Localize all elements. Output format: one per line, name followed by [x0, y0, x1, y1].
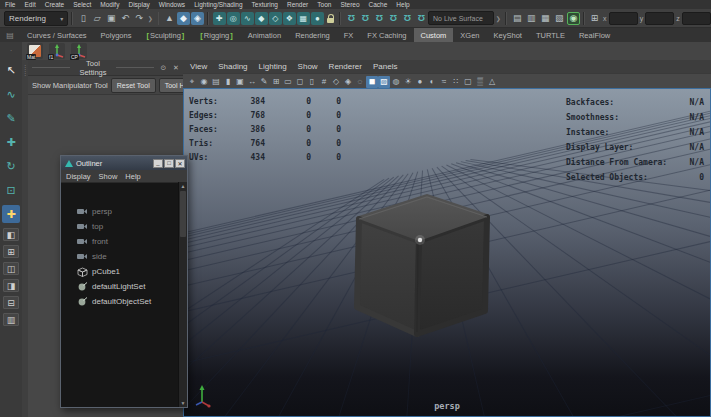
layout-horizontal-split-button[interactable]: ⊟ — [3, 296, 19, 309]
outliner-item-front[interactable]: front — [61, 234, 179, 249]
shelf-tab-polygons[interactable]: Polygons — [94, 28, 139, 42]
menu-create[interactable]: Create — [45, 1, 65, 8]
outliner-item-persp[interactable]: persp — [61, 204, 179, 219]
layout-four-pane-button[interactable]: ⊞ — [3, 245, 19, 258]
mask-deformations-icon[interactable]: ◇ — [269, 12, 282, 25]
make-live-icon[interactable]: Ω — [415, 12, 428, 25]
shelf-tab-rendering[interactable]: Rendering — [288, 28, 337, 42]
outliner-menu-help[interactable]: Help — [125, 172, 140, 181]
shelf-menu-icon[interactable]: ▤ — [0, 31, 20, 40]
layout-two-pane-button[interactable]: ◫ — [3, 262, 19, 275]
shelf-button-mat[interactable]: Mat — [27, 43, 43, 59]
pin-icon[interactable]: ⊙ — [159, 63, 169, 73]
menu-lighting-shading[interactable]: Lighting/Shading — [194, 1, 242, 8]
menu-display[interactable]: Display — [128, 1, 149, 8]
outliner-menu-display[interactable]: Display — [66, 172, 91, 181]
vp-menu-lighting[interactable]: Lighting — [259, 62, 287, 71]
lasso-select-tool-icon[interactable]: ∿ — [2, 85, 20, 103]
mask-joints-icon[interactable]: ◎ — [227, 12, 240, 25]
layout-hypershade-button[interactable]: ▥ — [3, 313, 19, 326]
shelf-tab-custom[interactable]: Custom — [414, 28, 454, 42]
xray-joints-icon[interactable]: △ — [486, 76, 498, 88]
shadows-icon[interactable]: ● — [414, 76, 426, 88]
isolate-select-icon[interactable]: ▢ — [462, 76, 474, 88]
shelf-button-cp[interactable]: CP — [71, 43, 87, 59]
wireframe-mode-icon[interactable]: ◌ — [354, 76, 366, 88]
render-view-icon[interactable]: ▤ — [511, 12, 524, 25]
rotate-tool-icon[interactable]: ↻ — [2, 157, 20, 175]
mask-curves-icon[interactable]: ∿ — [241, 12, 254, 25]
motion-blur-icon[interactable]: ≈ — [438, 76, 450, 88]
safe-action-icon[interactable]: ◇ — [330, 76, 342, 88]
viewport-canvas[interactable]: Verts:38400 Edges:76800 Faces:38600 Tris… — [183, 88, 711, 417]
move-tool-icon[interactable]: ✚ — [2, 133, 20, 151]
outliner-item-defaultobjectset[interactable]: defaultObjectSet — [61, 294, 179, 309]
group-collapse-icon[interactable]: ❯ — [495, 12, 502, 25]
pcube1-mesh[interactable] — [357, 197, 487, 334]
vp-menu-panels[interactable]: Panels — [373, 62, 397, 71]
menu-stereo[interactable]: Stereo — [340, 1, 359, 8]
live-surface-field[interactable]: No Live Surface — [428, 11, 494, 25]
resolution-gate-icon[interactable]: ◻ — [294, 76, 306, 88]
mask-handles-icon[interactable]: ✚ — [213, 12, 226, 25]
close-button[interactable]: ✕ — [175, 159, 185, 168]
lock-selection-icon[interactable] — [324, 12, 336, 25]
scale-tool-icon[interactable]: ⊡ — [2, 181, 20, 199]
gate-mask-icon[interactable]: ▯ — [306, 76, 318, 88]
vp-menu-renderer[interactable]: Renderer — [329, 62, 362, 71]
scroll-down-icon[interactable]: ▼ — [179, 399, 187, 407]
film-gate-icon[interactable]: ▭ — [282, 76, 294, 88]
redo-icon[interactable]: ↷ — [133, 12, 146, 25]
menu-help[interactable]: Help — [396, 1, 409, 8]
outliner-titlebar[interactable]: Outliner _ □ ✕ — [61, 156, 187, 170]
new-scene-icon[interactable]: ▯ — [77, 12, 90, 25]
outliner-item-defaultlightset[interactable]: defaultLightSet — [61, 279, 179, 294]
launch-render-view-icon[interactable]: ◉ — [567, 12, 580, 25]
mask-surfaces-icon[interactable]: ◆ — [255, 12, 268, 25]
shelf-button-f1[interactable]: f1 — [49, 43, 65, 59]
shelf-tab-fx[interactable]: FX — [337, 28, 361, 42]
outliner-item-side[interactable]: side — [61, 249, 179, 264]
show-manipulator-tool-icon[interactable]: ✚ — [2, 205, 20, 223]
snap-point-icon[interactable]: Ω — [373, 12, 386, 25]
select-hierarchy-icon[interactable]: ▲ — [163, 12, 176, 25]
render-settings-icon[interactable]: ▧ — [553, 12, 566, 25]
grease-pencil-icon[interactable]: ✎ — [258, 76, 270, 88]
menuset-dropdown[interactable]: Rendering▾ — [4, 11, 68, 26]
menu-edit[interactable]: Edit — [24, 1, 35, 8]
scroll-thumb[interactable] — [180, 191, 186, 237]
mask-rendering-icon[interactable]: ▦ — [297, 12, 310, 25]
vp-menu-shading[interactable]: Shading — [218, 62, 247, 71]
select-tool-icon[interactable]: ↖ — [2, 61, 20, 79]
mask-misc-icon[interactable]: ● — [311, 12, 324, 25]
textured-mode-icon[interactable]: ▨ — [378, 76, 390, 88]
outliner-scrollbar[interactable]: ▲ ▼ — [178, 182, 187, 407]
minimize-button[interactable]: _ — [153, 159, 163, 168]
vp-menu-view[interactable]: View — [190, 62, 207, 71]
menu-toon[interactable]: Toon — [317, 1, 331, 8]
snap-view-plane-icon[interactable]: Ω — [401, 12, 414, 25]
menu-render[interactable]: Render — [287, 1, 308, 8]
shaded-mode-icon[interactable]: ◼ — [366, 76, 378, 88]
snap-curve-icon[interactable]: Ω — [359, 12, 372, 25]
multisample-icon[interactable]: ∷ — [450, 76, 462, 88]
layout-single-pane-button[interactable]: ◧ — [3, 228, 19, 241]
select-object-icon[interactable]: ◆ — [177, 12, 190, 25]
layout-persp-outliner-button[interactable]: ◨ — [3, 279, 19, 292]
maximize-button[interactable]: □ — [164, 159, 174, 168]
coord-y-input[interactable] — [645, 12, 674, 25]
outliner-menu-show[interactable]: Show — [99, 172, 118, 181]
field-chart-icon[interactable]: # — [318, 76, 330, 88]
shelf-tab-xgen[interactable]: XGen — [453, 28, 486, 42]
grid-toggle-icon[interactable]: ⊞ — [270, 76, 282, 88]
open-scene-icon[interactable]: ▱ — [91, 12, 104, 25]
outliner-item-pcube1[interactable]: pCube1 — [61, 264, 179, 279]
menu-windows[interactable]: Windows — [159, 1, 185, 8]
lights-mode-icon[interactable]: ☀ — [402, 76, 414, 88]
camera-attributes-icon[interactable]: ▤ — [210, 76, 222, 88]
snap-projected-center-icon[interactable]: Ω — [387, 12, 400, 25]
shelf-tab-sculpting[interactable]: [Sculpting] — [138, 28, 192, 42]
transform-entry-icon[interactable]: ⊞ — [589, 12, 601, 25]
coord-x-input[interactable] — [609, 12, 638, 25]
coord-z-input[interactable] — [682, 12, 711, 25]
